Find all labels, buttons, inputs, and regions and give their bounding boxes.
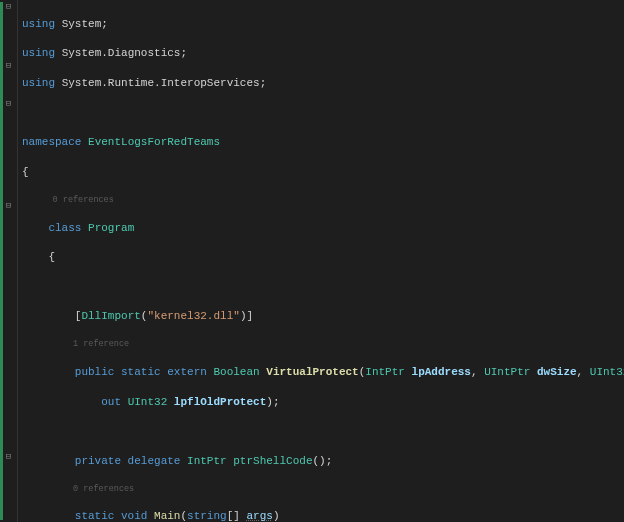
- param: lpflOldProtect: [174, 396, 266, 408]
- fold-minus-icon[interactable]: ⊟: [4, 62, 13, 71]
- kw-namespace: namespace: [22, 136, 81, 148]
- kw-using: using: [22, 77, 55, 89]
- fold-minus-icon[interactable]: ⊟: [4, 100, 13, 109]
- method-name: VirtualProtect: [266, 366, 358, 378]
- code-editor[interactable]: ⊟ ⊟ ⊟ ⊟ ⊟ using System; using System.Dia…: [0, 0, 624, 522]
- type: UInt32: [590, 366, 624, 378]
- attr-name: DllImport: [81, 310, 140, 322]
- string-literal: "kernel32.dll": [147, 310, 239, 322]
- type: Boolean: [213, 366, 259, 378]
- code-area[interactable]: using System; using System.Diagnostics; …: [18, 0, 624, 522]
- type: UIntPtr: [484, 366, 530, 378]
- param: args: [246, 510, 272, 522]
- type: UInt32: [128, 396, 168, 408]
- kw-using: using: [22, 18, 55, 30]
- delegate-name: ptrShellCode: [233, 455, 312, 467]
- type: IntPtr: [187, 455, 227, 467]
- modifiers: private delegate: [75, 455, 181, 467]
- kw-out: out: [101, 396, 121, 408]
- kw-using: using: [22, 47, 55, 59]
- ns: System.Diagnostics: [62, 47, 181, 59]
- param: lpAddress: [412, 366, 471, 378]
- param: dwSize: [537, 366, 577, 378]
- type: string: [187, 510, 227, 522]
- codelens[interactable]: 1 reference: [20, 339, 624, 350]
- fold-minus-icon[interactable]: ⊟: [4, 202, 13, 211]
- modifiers: static void: [75, 510, 148, 522]
- gutter: ⊟ ⊟ ⊟ ⊟ ⊟: [0, 0, 18, 522]
- ns: System: [62, 18, 102, 30]
- ns: System.Runtime.InteropServices: [62, 77, 260, 89]
- kw-class: class: [48, 222, 81, 234]
- fold-minus-icon[interactable]: ⊟: [4, 3, 13, 12]
- method-name: Main: [154, 510, 180, 522]
- type: IntPtr: [365, 366, 405, 378]
- namespace-name: EventLogsForRedTeams: [88, 136, 220, 148]
- class-name: Program: [88, 222, 134, 234]
- fold-minus-icon[interactable]: ⊟: [4, 453, 13, 462]
- modifiers: public static extern: [75, 366, 207, 378]
- codelens[interactable]: 0 references: [20, 195, 624, 206]
- codelens[interactable]: 0 references: [20, 484, 624, 495]
